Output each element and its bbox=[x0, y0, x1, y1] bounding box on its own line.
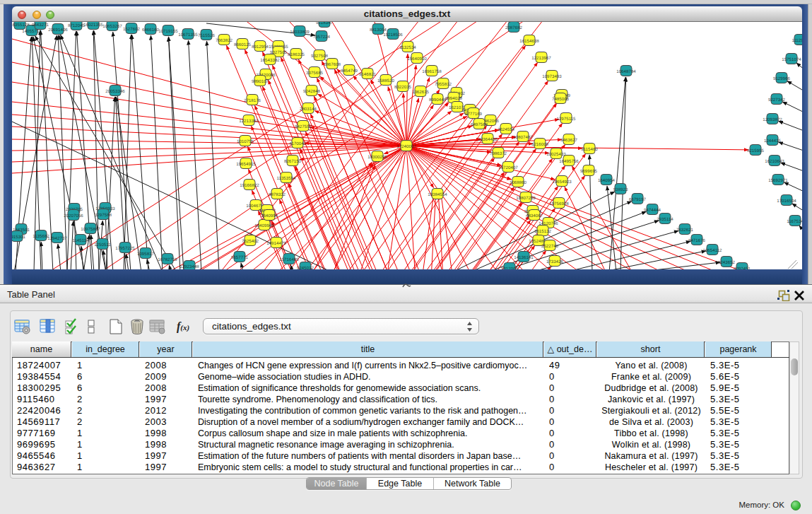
svg-text:16033809: 16033809 bbox=[290, 30, 310, 35]
svg-text:19654915: 19654915 bbox=[236, 162, 256, 167]
svg-text:3915301: 3915301 bbox=[12, 235, 26, 240]
svg-text:10719155: 10719155 bbox=[158, 29, 178, 34]
svg-text:4834067: 4834067 bbox=[526, 214, 543, 218]
svg-text:17957225: 17957225 bbox=[115, 246, 135, 251]
svg-text:9146821: 9146821 bbox=[359, 72, 377, 77]
svg-text:1145114: 1145114 bbox=[72, 238, 89, 243]
svg-text:6679197: 6679197 bbox=[629, 197, 647, 202]
svg-text:20691406: 20691406 bbox=[48, 28, 68, 33]
svg-text:6216008: 6216008 bbox=[531, 142, 549, 147]
svg-text:2803144: 2803144 bbox=[300, 107, 317, 112]
svg-text:1112908: 1112908 bbox=[792, 38, 802, 43]
svg-text:14914479: 14914479 bbox=[266, 241, 286, 246]
svg-text:9463627: 9463627 bbox=[560, 138, 578, 143]
svg-text:12975115: 12975115 bbox=[556, 117, 576, 122]
svg-text:16154638: 16154638 bbox=[519, 39, 539, 44]
svg-text:12923448: 12923448 bbox=[180, 264, 199, 269]
svg-text:15751074: 15751074 bbox=[782, 57, 801, 62]
svg-text:20053346: 20053346 bbox=[105, 89, 125, 94]
svg-text:938923: 938923 bbox=[613, 187, 628, 192]
svg-text:15692971: 15692971 bbox=[768, 178, 788, 183]
svg-text:1640994: 1640994 bbox=[261, 214, 278, 218]
svg-text:9243652: 9243652 bbox=[718, 260, 736, 265]
svg-text:20364436: 20364436 bbox=[478, 137, 498, 142]
svg-text:7632621: 7632621 bbox=[676, 228, 694, 233]
svg-text:6497568: 6497568 bbox=[471, 122, 488, 127]
svg-text:18300295: 18300295 bbox=[367, 155, 387, 160]
svg-text:18807289: 18807289 bbox=[516, 196, 536, 201]
svg-text:7955812: 7955812 bbox=[435, 82, 452, 87]
svg-text:11353594: 11353594 bbox=[276, 176, 296, 181]
svg-text:9474444: 9474444 bbox=[644, 208, 661, 213]
svg-text:1640954: 1640954 bbox=[598, 178, 616, 183]
svg-text:9129966: 9129966 bbox=[773, 76, 791, 81]
svg-text:9890107: 9890107 bbox=[252, 79, 269, 84]
svg-text:3624554: 3624554 bbox=[498, 127, 515, 132]
svg-text:2867608: 2867608 bbox=[324, 62, 341, 67]
svg-text:10025433: 10025433 bbox=[546, 152, 566, 157]
svg-text:9699695: 9699695 bbox=[580, 169, 598, 174]
svg-text:10671355: 10671355 bbox=[178, 33, 198, 37]
svg-text:16543382: 16543382 bbox=[260, 58, 280, 63]
svg-text:20207056: 20207056 bbox=[64, 214, 83, 218]
svg-text:12213363: 12213363 bbox=[239, 119, 259, 124]
svg-text:10654112: 10654112 bbox=[702, 248, 722, 253]
svg-text:10807487: 10807487 bbox=[513, 135, 533, 140]
svg-text:10648784: 10648784 bbox=[616, 69, 636, 74]
svg-text:1167534: 1167534 bbox=[787, 219, 802, 224]
svg-text:1527602: 1527602 bbox=[123, 27, 141, 32]
svg-text:9227342: 9227342 bbox=[768, 98, 786, 103]
svg-text:8267150: 8267150 bbox=[284, 159, 302, 164]
svg-text:8092451: 8092451 bbox=[734, 267, 751, 270]
svg-text:8186325: 8186325 bbox=[288, 52, 305, 57]
svg-text:7357224: 7357224 bbox=[313, 35, 331, 40]
svg-text:19166822: 19166822 bbox=[240, 183, 259, 188]
svg-text:1068860: 1068860 bbox=[510, 180, 527, 185]
svg-text:8813054: 8813054 bbox=[370, 28, 387, 33]
svg-text:8427552: 8427552 bbox=[295, 124, 312, 129]
svg-text:7485003: 7485003 bbox=[552, 97, 570, 102]
svg-text:1362615: 1362615 bbox=[412, 90, 430, 95]
svg-text:1250511: 1250511 bbox=[94, 243, 111, 247]
svg-text:3297588: 3297588 bbox=[95, 213, 112, 218]
svg-text:9657771: 9657771 bbox=[231, 255, 249, 260]
svg-text:6994028: 6994028 bbox=[445, 96, 463, 101]
svg-text:4170041: 4170041 bbox=[289, 141, 307, 146]
svg-text:1095817: 1095817 bbox=[137, 252, 155, 257]
svg-text:9643271: 9643271 bbox=[32, 23, 49, 28]
svg-text:8215955: 8215955 bbox=[747, 148, 765, 153]
svg-text:12093872: 12093872 bbox=[763, 117, 782, 122]
svg-text:15720407: 15720407 bbox=[498, 165, 518, 170]
svg-text:17016504: 17016504 bbox=[777, 199, 796, 204]
svg-text:8454749: 8454749 bbox=[341, 69, 358, 74]
svg-text:6466160: 6466160 bbox=[142, 28, 160, 33]
svg-text:9218347: 9218347 bbox=[316, 22, 334, 25]
svg-text:8990448: 8990448 bbox=[429, 98, 447, 103]
svg-text:9312008: 9312008 bbox=[501, 267, 519, 270]
svg-text:8322035: 8322035 bbox=[394, 85, 412, 90]
svg-text:1132534: 1132534 bbox=[399, 45, 416, 50]
svg-text:19384554: 19384554 bbox=[428, 192, 447, 197]
svg-text:10975887: 10975887 bbox=[81, 227, 100, 232]
svg-text:8912954: 8912954 bbox=[252, 45, 269, 49]
svg-text:8660125: 8660125 bbox=[234, 42, 252, 47]
svg-text:1010755: 1010755 bbox=[237, 139, 254, 144]
svg-text:9115460: 9115460 bbox=[581, 147, 598, 152]
svg-text:7625402: 7625402 bbox=[242, 239, 259, 244]
svg-text:8712045: 8712045 bbox=[68, 23, 86, 28]
svg-text:3375685: 3375685 bbox=[306, 71, 324, 76]
svg-text:10653267: 10653267 bbox=[102, 24, 122, 29]
svg-text:16210643: 16210643 bbox=[765, 159, 784, 164]
svg-text:9327508: 9327508 bbox=[311, 54, 329, 59]
svg-text:9242848: 9242848 bbox=[303, 89, 321, 94]
svg-text:1244415: 1244415 bbox=[764, 139, 782, 144]
svg-text:7986372: 7986372 bbox=[490, 151, 507, 156]
svg-text:1733426: 1733426 bbox=[546, 259, 564, 264]
svg-text:9777169: 9777169 bbox=[465, 112, 483, 117]
svg-text:19218506: 19218506 bbox=[383, 33, 403, 37]
svg-text:1615132: 1615132 bbox=[534, 229, 552, 234]
svg-text:17240007: 17240007 bbox=[396, 144, 416, 149]
svg-text:2522740: 2522740 bbox=[541, 244, 559, 249]
svg-text:16495756: 16495756 bbox=[559, 159, 579, 164]
svg-text:7515526: 7515526 bbox=[198, 33, 216, 38]
